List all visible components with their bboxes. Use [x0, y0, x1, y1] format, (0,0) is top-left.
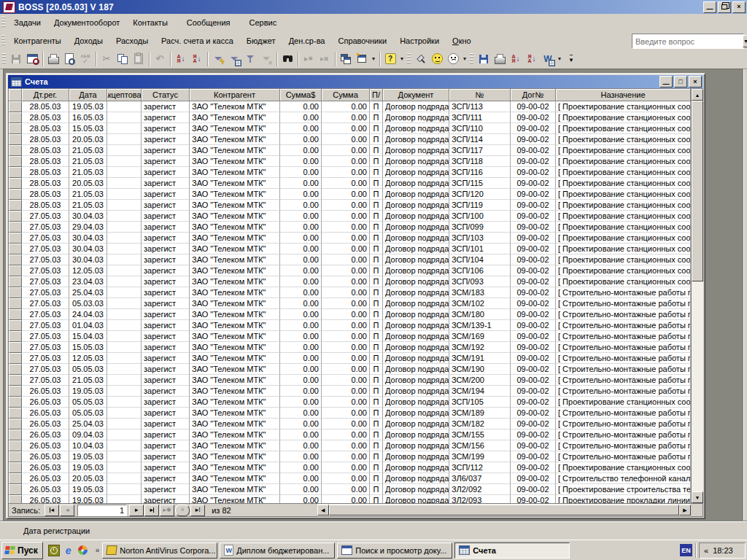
table-row[interactable]: 27.05.0305.03.03зарегистЗАО "Телеком МТК…: [9, 298, 691, 309]
horizontal-scrollbar[interactable]: ◀ ▶: [317, 504, 691, 516]
row-selector[interactable]: [9, 189, 22, 200]
table-row[interactable]: 26.05.0305.05.03зарегистЗАО "Телеком МТК…: [9, 408, 691, 419]
row-selector[interactable]: [9, 134, 22, 145]
table-row[interactable]: 26.05.0310.04.03зарегистЗАО "Телеком МТК…: [9, 440, 691, 451]
row-selector[interactable]: [9, 495, 22, 503]
spelling-button[interactable]: [77, 51, 93, 67]
delete-record-button[interactable]: [317, 51, 333, 67]
table-row[interactable]: 26.05.0309.04.03зарегистЗАО "Телеком МТК…: [9, 429, 691, 440]
vertical-scrollbar[interactable]: ▲ ▼: [691, 89, 703, 503]
row-selector[interactable]: [9, 178, 22, 189]
scroll-right-icon[interactable]: ▶: [679, 505, 691, 516]
row-selector[interactable]: [9, 222, 22, 233]
row-selector[interactable]: [9, 484, 22, 495]
table-row[interactable]: 28.05.0320.05.03зарегистЗАО "Телеком МТК…: [9, 134, 691, 145]
row-selector[interactable]: [9, 200, 22, 211]
row-selector[interactable]: [9, 419, 22, 429]
internet-explorer-icon[interactable]: e: [62, 544, 75, 557]
chevron-more-icon[interactable]: »: [93, 546, 103, 554]
word-export-button[interactable]: [540, 51, 556, 67]
row-selector[interactable]: [9, 211, 22, 222]
taskbar-task-word[interactable]: WДиплом бюджетирован...: [220, 542, 335, 559]
start-button[interactable]: Пуск: [1, 542, 43, 559]
child-maximize-button[interactable]: □: [674, 76, 687, 88]
column-header-Статус[interactable]: Статус: [142, 89, 190, 101]
table-row[interactable]: 27.05.0330.04.03зарегистЗАО "Телеком МТК…: [9, 254, 691, 265]
column-header-Контрагент[interactable]: Контрагент: [190, 89, 280, 101]
menu-item-4[interactable]: Расч. счета и касса: [155, 34, 240, 47]
table-row[interactable]: 26.05.0319.05.03зарегистЗАО "Телеком МТК…: [9, 495, 691, 503]
chevron-down-icon[interactable]: ▾: [398, 51, 406, 67]
table-row[interactable]: 27.05.0330.04.03зарегистЗАО "Телеком МТК…: [9, 211, 691, 222]
question-input[interactable]: [632, 37, 742, 46]
table-row[interactable]: 27.05.0312.05.03зарегистЗАО "Телеком МТК…: [9, 265, 691, 276]
scroll-down-icon[interactable]: ▼: [692, 491, 703, 503]
sort-descending-secondary-button[interactable]: [524, 51, 540, 67]
cut-button[interactable]: [98, 51, 115, 67]
first-record-button[interactable]: ◂: [44, 505, 59, 516]
menu-item-1[interactable]: Задачи: [7, 16, 47, 29]
toolbar-gripper[interactable]: [470, 53, 473, 65]
print-button[interactable]: [45, 51, 61, 67]
menu-item-2[interactable]: Доходы: [68, 34, 109, 47]
column-header-Сумма[interactable]: Сумма: [322, 89, 370, 101]
column-header-selector[interactable]: [9, 89, 22, 101]
column-header-Дт.рег.[interactable]: Дт.рег.: [22, 89, 69, 101]
menu-item-4[interactable]: Сообщения: [180, 16, 237, 29]
table-row[interactable]: 26.05.0319.05.03зарегистЗАО "Телеком МТК…: [9, 386, 691, 397]
close-button[interactable]: ×: [732, 1, 746, 13]
table-row[interactable]: 27.05.0315.05.03зарегистЗАО "Телеком МТК…: [9, 342, 691, 353]
row-selector[interactable]: [9, 123, 22, 134]
taskbar-task-grid[interactable]: Счета: [454, 542, 570, 559]
sort-descending-button[interactable]: [189, 51, 205, 67]
sort-ascending-secondary-button[interactable]: [508, 51, 524, 67]
filter-button[interactable]: [242, 51, 258, 67]
vertical-scroll-thumb[interactable]: [692, 101, 703, 281]
row-selector[interactable]: [9, 342, 22, 353]
question-box[interactable]: ▼: [632, 34, 744, 49]
column-header-Назначение[interactable]: Назначение: [556, 89, 691, 101]
menu-item-3[interactable]: Контакты: [126, 16, 174, 29]
print-secondary-button[interactable]: [492, 51, 508, 67]
table-row[interactable]: 26.05.0319.05.03зарегистЗАО "Телеком МТК…: [9, 484, 691, 495]
table-row[interactable]: 27.05.0329.04.03зарегистЗАО "Телеком МТК…: [9, 222, 691, 233]
chevron-down-icon[interactable]: ▾: [461, 51, 468, 67]
menu-item-3[interactable]: Расходы: [109, 34, 155, 47]
toolbar-options-button[interactable]: [563, 51, 579, 67]
menu-item-7[interactable]: Справочники: [331, 34, 393, 47]
row-selector[interactable]: [9, 440, 22, 451]
paste-button[interactable]: [131, 51, 147, 67]
child-minimize-button[interactable]: —: [659, 76, 673, 88]
table-row[interactable]: 27.05.0330.04.03зарегистЗАО "Телеком МТК…: [9, 244, 691, 254]
record-number-input[interactable]: [77, 505, 127, 516]
table-row[interactable]: 28.05.0321.05.03зарегистЗАО "Телеком МТК…: [9, 167, 691, 178]
column-header-П/[interactable]: П/: [370, 89, 383, 101]
horizontal-scroll-thumb[interactable]: [329, 505, 679, 516]
table-row[interactable]: 28.05.0321.05.03зарегистЗАО "Телеком МТК…: [9, 145, 691, 156]
table-row[interactable]: 26.05.0319.05.03зарегистЗАО "Телеком МТК…: [9, 451, 691, 462]
previous-record-button[interactable]: ◂: [60, 505, 74, 516]
table-row[interactable]: 27.05.0321.05.03зарегистЗАО "Телеком МТК…: [9, 375, 691, 386]
row-selector[interactable]: [9, 101, 22, 112]
chevron-down-icon[interactable]: ▾: [370, 51, 377, 67]
row-selector[interactable]: [9, 429, 22, 440]
menu-item-2[interactable]: Документооборот: [47, 16, 126, 29]
row-selector[interactable]: [9, 156, 22, 167]
table-row[interactable]: 28.05.0321.05.03зарегистЗАО "Телеком МТК…: [9, 189, 691, 200]
child-close-button[interactable]: ×: [689, 76, 702, 88]
table-row[interactable]: 28.05.0320.05.03зарегистЗАО "Телеком МТК…: [9, 178, 691, 189]
taskbar-task-doc[interactable]: Поиск и просмотр доку...: [337, 542, 452, 559]
table-row[interactable]: 26.05.0319.05.03зарегистЗАО "Телеком МТК…: [9, 462, 691, 473]
chevron-down-icon[interactable]: ▼: [743, 35, 747, 47]
menu-item-6[interactable]: Ден.ср-ва: [282, 34, 332, 47]
toolbar-gripper[interactable]: [1, 35, 5, 47]
row-selector[interactable]: [9, 364, 22, 375]
cancel-record-icon[interactable]: ×: [175, 505, 190, 516]
smiley-happy-button[interactable]: [429, 51, 445, 67]
row-selector[interactable]: [9, 298, 22, 309]
row-selector[interactable]: [9, 451, 22, 462]
column-header-Дог№[interactable]: Дог№: [511, 89, 556, 101]
table-row[interactable]: 26.05.0305.05.03зарегистЗАО "Телеком МТК…: [9, 397, 691, 408]
row-selector[interactable]: [9, 309, 22, 320]
smiley-sad-button[interactable]: [445, 51, 461, 67]
